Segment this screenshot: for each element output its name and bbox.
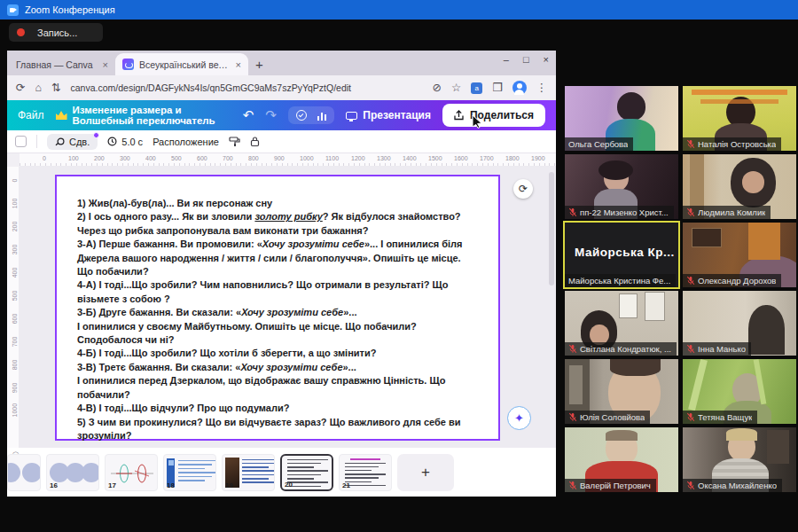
slide-text-segment: Хочу зрозуміти себе xyxy=(262,239,364,249)
ruler-h-label: 100 xyxy=(68,155,79,161)
slide-thumbnail[interactable]: 18 xyxy=(163,454,216,491)
new-tab-button[interactable]: + xyxy=(255,54,263,75)
site-info-icon[interactable]: ⇅ xyxy=(51,82,60,94)
browser-tab-home[interactable]: Главная — Canva × xyxy=(9,53,115,75)
ruler-v-label: 1000 xyxy=(12,405,18,418)
participant-name: Інна Манько xyxy=(698,344,746,354)
participant-video-grid: Ольга СербоваНаталія Островськапп-22 Миз… xyxy=(565,86,796,492)
magic-assistant-button[interactable]: ✦ xyxy=(507,406,531,430)
participant-tile[interactable]: Інна Манько xyxy=(683,291,796,356)
rotate-page-button[interactable]: ⟳ xyxy=(513,179,533,199)
slide-text-line[interactable]: 4-Б) І тоді...Що зробили? Що хотіли б зб… xyxy=(77,347,479,360)
slide-thumbnail[interactable] xyxy=(7,454,41,491)
mic-muted-icon xyxy=(568,344,577,354)
slide-text-segment: Хочу зрозуміти себе xyxy=(241,307,343,317)
slide-page[interactable]: 1) Жив(ла)-був(ла)... Ви як персонаж сну… xyxy=(55,175,500,441)
file-menu[interactable]: Файл xyxy=(18,109,44,121)
undo-button[interactable]: ↶ xyxy=(243,107,254,123)
saved-check-icon[interactable] xyxy=(296,110,307,121)
participant-name-label: Юлія Соловйова xyxy=(565,411,650,424)
participant-tile[interactable]: Тетяна Ващук xyxy=(683,359,796,424)
participant-tile[interactable]: Валерій Петрович xyxy=(565,427,678,492)
redo-button[interactable]: ↷ xyxy=(265,107,277,123)
slide-text-line[interactable]: 3-Б) Друге бажання. Ви сказали: «Хочу зр… xyxy=(77,306,479,319)
participant-tile[interactable]: пп-22 Мизенко Христ... xyxy=(565,154,678,219)
extensions-icon[interactable]: ❒ xyxy=(492,82,502,94)
slide-text-line[interactable]: І опинилися перед Дзеркалом, що відображ… xyxy=(77,374,479,402)
recording-indicator[interactable]: Запись... xyxy=(9,23,103,42)
ruler-h-label: 900 xyxy=(274,155,285,161)
animate-button[interactable]: Сдв. xyxy=(47,134,98,150)
share-button[interactable]: Поделиться xyxy=(442,104,545,127)
paint-roller-icon[interactable] xyxy=(229,136,240,147)
ruler-h-label: 1800 xyxy=(505,155,520,161)
present-button[interactable]: Презентация xyxy=(346,109,431,121)
close-tab-icon[interactable]: × xyxy=(236,59,241,70)
ruler-v-label: 400 xyxy=(12,267,18,279)
home-icon[interactable]: ⌂ xyxy=(35,82,42,94)
share-upload-icon xyxy=(454,110,464,121)
slide-text-line[interactable]: 4-А) І тоді...Що зробили? Чим наповнилис… xyxy=(77,278,479,306)
ruler-h-label: 1200 xyxy=(351,155,365,161)
participant-tile[interactable]: Людмила Комлик xyxy=(683,154,796,219)
maximize-button[interactable]: □ xyxy=(523,54,529,65)
participant-tile[interactable]: Майорська Кр...Майорська Кристина Фе... xyxy=(565,223,678,287)
position-button[interactable]: Расположение xyxy=(153,137,219,147)
minimize-button[interactable]: – xyxy=(504,54,509,65)
participant-tile[interactable]: Ольга Сербова xyxy=(565,86,678,151)
slide-thumbnail[interactable]: 19 xyxy=(222,454,275,491)
reload-icon[interactable]: ⟳ xyxy=(16,82,25,94)
slide-text-line[interactable]: 1) Жив(ла)-був(ла)... Ви як персонаж сну xyxy=(77,197,479,210)
participant-name-label: пп-22 Мизенко Христ... xyxy=(565,206,674,219)
slide-text-segment: 5) З чим ви прокинулися? Що ви відчуваєт… xyxy=(77,417,460,441)
close-tab-icon[interactable]: × xyxy=(103,59,108,70)
participant-tile[interactable]: Юлія Соловйова xyxy=(565,359,678,424)
address-url[interactable]: canva.com/design/DAGFykNs4Is/qn5GmGC9aMs… xyxy=(71,82,352,93)
browser-tab-webinar[interactable]: Всеукраїнський вебінар — Пр × xyxy=(115,53,248,75)
ruler-h-label: 500 xyxy=(171,155,182,161)
canva-favicon-icon xyxy=(122,59,134,70)
slide-text-line[interactable]: 5) З чим ви прокинулися? Що ви відчуваєт… xyxy=(77,416,479,443)
slide-thumbnail[interactable]: 21 xyxy=(339,454,392,491)
bookmark-star-icon[interactable]: ☆ xyxy=(451,82,461,94)
participant-name: Юлія Соловйова xyxy=(580,412,645,422)
background-select-icon[interactable] xyxy=(15,136,27,147)
slide-thumbnail[interactable]: 16 xyxy=(46,454,99,491)
mic-muted-icon xyxy=(686,276,695,286)
browser-urlbar: ⟳ ⌂ ⇅ canva.com/design/DAGFykNs4Is/qn5Gm… xyxy=(7,75,556,100)
participant-display-name: Майорська Кр... xyxy=(575,246,675,259)
canvas-scrollbar[interactable] xyxy=(549,172,554,286)
slide-text-line[interactable]: 3-В) Третє бажання. Ви сказали: «Хочу зр… xyxy=(77,361,479,374)
ruler-v-label: 700 xyxy=(12,336,18,348)
add-page-button[interactable]: + xyxy=(397,454,454,491)
participant-tile[interactable]: Олександр Дорохов xyxy=(683,223,796,287)
insights-chart-icon[interactable] xyxy=(317,111,327,121)
participant-name-label: Людмила Комлик xyxy=(683,206,771,219)
ruler-v-label: 0 xyxy=(12,175,18,187)
ruler-v-label: 500 xyxy=(12,290,18,302)
participant-name: Ольга Сербова xyxy=(568,139,628,149)
slide-text-line[interactable]: 4-В) І тоді...Що відчули? Про що подумал… xyxy=(77,402,479,415)
translate-icon[interactable]: a xyxy=(471,82,482,94)
profile-avatar[interactable] xyxy=(512,81,527,95)
participant-tile[interactable]: Наталія Островська xyxy=(683,86,796,151)
mic-muted-icon xyxy=(568,481,577,490)
duration-button[interactable]: 5.0 с xyxy=(107,137,143,147)
slide-text-line[interactable]: І опинилися у своєму Майбутньому. Опишіт… xyxy=(77,320,479,348)
slide-filmstrip: ⚇ 161718192021+ xyxy=(7,448,556,497)
slide-thumbnail[interactable]: 17 xyxy=(105,454,158,491)
resize-magic-switch-button[interactable]: Изменение размера и Волшебный переключат… xyxy=(56,105,223,126)
lock-icon[interactable] xyxy=(250,136,260,147)
browser-menu-icon[interactable]: ⋮ xyxy=(536,82,548,94)
slide-thumbnail-number: 17 xyxy=(108,481,116,489)
close-window-button[interactable]: × xyxy=(544,54,549,65)
new-feature-dot xyxy=(93,132,99,138)
participant-tile[interactable]: Оксана Михайленко xyxy=(683,427,796,492)
participant-tile[interactable]: Світлана Кондратюк, ... xyxy=(565,291,678,356)
notifications-blocked-icon[interactable]: ⊘ xyxy=(433,82,442,94)
slide-text-line[interactable]: 2) І ось одного разу... Як ви зловили зо… xyxy=(77,210,479,238)
participant-name: Оксана Михайленко xyxy=(698,481,777,490)
slide-thumbnail[interactable]: 20 xyxy=(280,454,333,491)
ruler-h-label: 1400 xyxy=(403,155,417,161)
slide-text-line[interactable]: 3-А) Перше бажання. Ви промовили: «Хочу … xyxy=(77,238,479,278)
